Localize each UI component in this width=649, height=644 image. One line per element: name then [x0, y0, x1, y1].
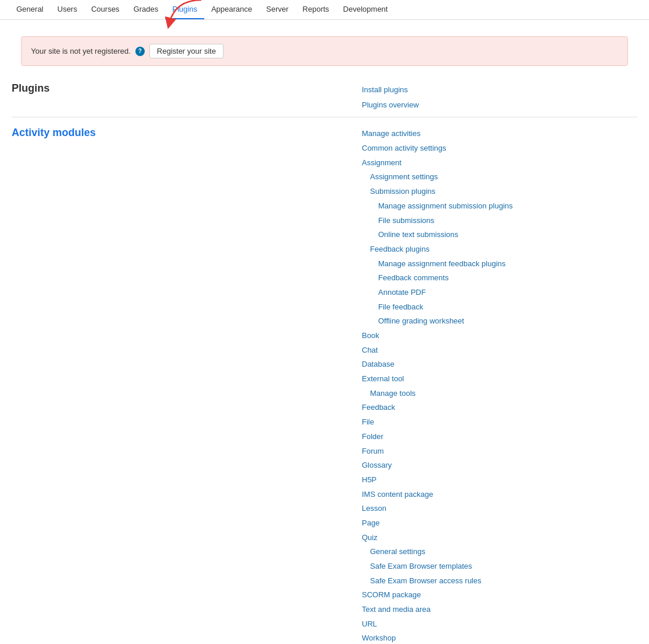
alert-banner: Your site is not yet registered. ? Regis… — [21, 36, 628, 66]
activity-link[interactable]: Manage activities — [362, 127, 637, 141]
activity-link[interactable]: Manage assignment submission plugins — [362, 199, 637, 214]
activity-link[interactable]: Glossary — [362, 458, 637, 473]
list-item: Quiz — [362, 531, 637, 545]
register-button[interactable]: Register your site — [149, 44, 224, 58]
plugins-links-col: Install plugins Plugins overview — [362, 82, 637, 112]
activity-link[interactable]: Text and media area — [362, 603, 637, 617]
nav-users[interactable]: Users — [50, 0, 84, 19]
list-item: Page — [362, 516, 637, 531]
plugins-title-col: Plugins — [12, 82, 350, 112]
list-item: Manage tools — [362, 387, 637, 401]
list-item: Book — [362, 329, 637, 343]
list-item: Safe Exam Browser templates — [362, 559, 637, 574]
list-item: Install plugins — [362, 82, 637, 98]
list-item: Forum — [362, 444, 637, 459]
activity-link[interactable]: IMS content package — [362, 488, 637, 502]
nav-grades[interactable]: Grades — [127, 0, 166, 19]
list-item: IMS content package — [362, 488, 637, 502]
activity-link[interactable]: Safe Exam Browser templates — [362, 559, 637, 574]
plugins-title: Plugins — [12, 82, 50, 94]
nav-wrapper: General Users Courses Grades Plugins App… — [0, 0, 649, 20]
activity-link[interactable]: File feedback — [362, 300, 637, 315]
activity-link[interactable]: Lesson — [362, 502, 637, 516]
activity-link[interactable]: Submission plugins — [362, 185, 637, 199]
list-item: File submissions — [362, 214, 637, 228]
activity-link[interactable]: File — [362, 415, 637, 430]
list-item: Lesson — [362, 502, 637, 516]
activity-link[interactable]: Assignment — [362, 156, 637, 170]
list-item: Annotate PDF — [362, 286, 637, 300]
activity-link[interactable]: External tool — [362, 372, 637, 387]
plugins-link-list: Install plugins Plugins overview — [362, 82, 637, 112]
alert-text: Your site is not yet registered. — [31, 47, 131, 55]
list-item: File — [362, 415, 637, 430]
nav-server[interactable]: Server — [259, 0, 295, 19]
activity-link[interactable]: Manage tools — [362, 387, 637, 401]
activity-link[interactable]: Page — [362, 516, 637, 531]
list-item: Workshop — [362, 631, 637, 644]
activity-modules-link-list: Manage activitiesCommon activity setting… — [362, 127, 637, 644]
list-item: Assignment settings — [362, 170, 637, 185]
list-item: Submission plugins — [362, 185, 637, 199]
list-item: Online text submissions — [362, 228, 637, 242]
activity-link[interactable]: Assignment settings — [362, 170, 637, 185]
list-item: Offline grading worksheet — [362, 314, 637, 329]
activity-link[interactable]: Common activity settings — [362, 141, 637, 156]
main-content: Your site is not yet registered. ? Regis… — [0, 20, 649, 644]
list-item: Manage assignment submission plugins — [362, 199, 637, 214]
activity-link[interactable]: Feedback — [362, 401, 637, 415]
list-item: Assignment — [362, 156, 637, 170]
install-plugins-link[interactable]: Install plugins — [362, 85, 408, 94]
nav-general[interactable]: General — [9, 0, 50, 19]
activity-link[interactable]: H5P — [362, 473, 637, 488]
list-item: Feedback — [362, 401, 637, 415]
nav-development[interactable]: Development — [336, 0, 395, 19]
list-item: General settings — [362, 545, 637, 559]
activity-link[interactable]: Offline grading worksheet — [362, 314, 637, 329]
activity-link[interactable]: Folder — [362, 430, 637, 444]
activity-link[interactable]: Database — [362, 357, 637, 372]
activity-link[interactable]: SCORM package — [362, 588, 637, 603]
list-item: Safe Exam Browser access rules — [362, 574, 637, 589]
list-item: Feedback plugins — [362, 242, 637, 257]
activity-modules-title-col: Activity modules — [12, 127, 350, 139]
activity-link[interactable]: Workshop — [362, 631, 637, 644]
activity-link[interactable]: Feedback plugins — [362, 242, 637, 257]
activity-link[interactable]: Book — [362, 329, 637, 343]
list-item: URL — [362, 617, 637, 632]
activity-link[interactable]: Forum — [362, 444, 637, 459]
help-icon[interactable]: ? — [135, 47, 145, 56]
activity-link[interactable]: Chat — [362, 343, 637, 358]
list-item: Database — [362, 357, 637, 372]
list-item: Folder — [362, 430, 637, 444]
activity-link[interactable]: URL — [362, 617, 637, 632]
activity-link[interactable]: General settings — [362, 545, 637, 559]
activity-modules-links-col: Manage activitiesCommon activity setting… — [362, 127, 637, 644]
list-item: Feedback comments — [362, 271, 637, 286]
activity-link[interactable]: Feedback comments — [362, 271, 637, 286]
activity-link[interactable]: Annotate PDF — [362, 286, 637, 300]
activity-link[interactable]: Online text submissions — [362, 228, 637, 242]
plugins-section: Plugins Install plugins Plugins overview — [12, 73, 637, 117]
list-item: Chat — [362, 343, 637, 358]
nav-courses[interactable]: Courses — [84, 0, 126, 19]
list-item: Plugins overview — [362, 98, 637, 113]
list-item: Common activity settings — [362, 141, 637, 156]
nav-plugins[interactable]: Plugins — [165, 0, 204, 19]
plugins-overview-link[interactable]: Plugins overview — [362, 100, 419, 109]
list-item: H5P — [362, 473, 637, 488]
list-item: Glossary — [362, 458, 637, 473]
nav-appearance[interactable]: Appearance — [204, 0, 259, 19]
list-item: Manage assignment feedback plugins — [362, 257, 637, 271]
list-item: File feedback — [362, 300, 637, 315]
list-item: Manage activities — [362, 127, 637, 141]
activity-modules-title: Activity modules — [12, 127, 96, 138]
activity-link[interactable]: Manage assignment feedback plugins — [362, 257, 637, 271]
activity-link[interactable]: Safe Exam Browser access rules — [362, 574, 637, 589]
activity-link[interactable]: File submissions — [362, 214, 637, 228]
list-item: Text and media area — [362, 603, 637, 617]
list-item: SCORM package — [362, 588, 637, 603]
nav-reports[interactable]: Reports — [295, 0, 336, 19]
activity-modules-section: Activity modules Manage activitiesCommon… — [12, 117, 637, 644]
activity-link[interactable]: Quiz — [362, 531, 637, 545]
